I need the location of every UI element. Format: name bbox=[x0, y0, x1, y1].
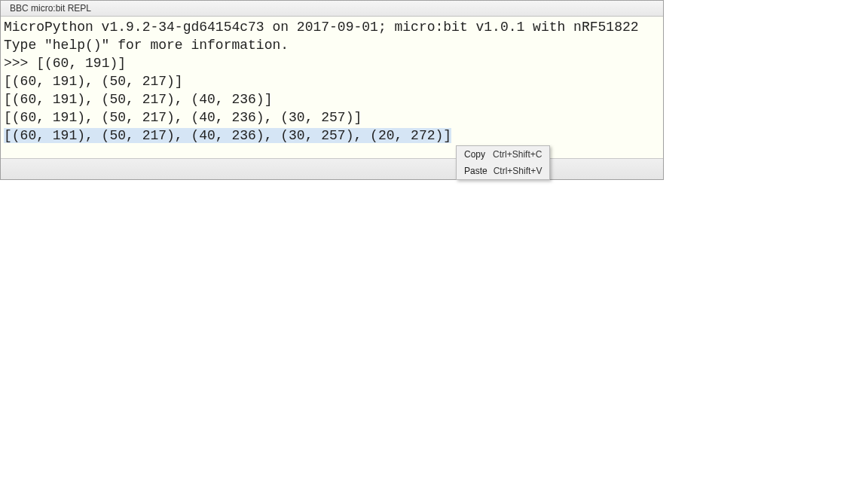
context-menu-paste[interactable]: Paste Ctrl+Shift+V bbox=[457, 163, 549, 179]
repl-panel: BBC micro:bit REPL MicroPython v1.9.2-34… bbox=[0, 0, 664, 180]
repl-line: [(60, 191), (50, 217), (40, 236), (30, 2… bbox=[4, 127, 660, 145]
context-menu-copy[interactable]: Copy Ctrl+Shift+C bbox=[457, 146, 549, 163]
repl-line: [(60, 191), (50, 217)] bbox=[4, 72, 660, 90]
repl-line: [(60, 191), (50, 217), (40, 236)] bbox=[4, 90, 660, 108]
menu-item-shortcut: Ctrl+Shift+V bbox=[494, 166, 542, 176]
panel-title-bar: BBC micro:bit REPL bbox=[1, 1, 663, 17]
repl-line: [(60, 191), (50, 217), (40, 236), (30, 2… bbox=[4, 108, 660, 127]
repl-selected-text[interactable]: [(60, 191), (50, 217), (40, 236), (30, 2… bbox=[4, 128, 451, 143]
repl-line: MicroPython v1.9.2-34-gd64154c73 on 2017… bbox=[4, 18, 660, 36]
repl-prompt: >>> bbox=[4, 56, 36, 71]
repl-line: >>> [(60, 191)] bbox=[4, 54, 660, 72]
menu-item-label: Paste bbox=[464, 166, 487, 176]
repl-output[interactable]: MicroPython v1.9.2-34-gd64154c73 on 2017… bbox=[1, 17, 663, 158]
panel-title: BBC micro:bit REPL bbox=[10, 3, 91, 14]
menu-item-label: Copy bbox=[464, 149, 485, 160]
repl-line: Type "help()" for more information. bbox=[4, 36, 660, 54]
context-menu: Copy Ctrl+Shift+C Paste Ctrl+Shift+V bbox=[456, 145, 550, 180]
repl-text: [(60, 191)] bbox=[36, 56, 126, 71]
panel-footer bbox=[1, 158, 663, 179]
menu-item-shortcut: Ctrl+Shift+C bbox=[493, 149, 542, 160]
